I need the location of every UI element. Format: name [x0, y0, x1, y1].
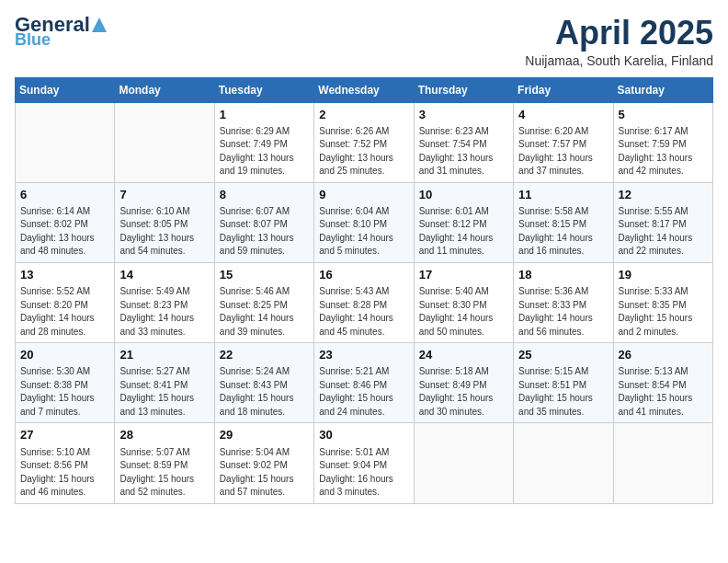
day-info: Sunrise: 5:46 AM Sunset: 8:25 PM Dayligh… — [220, 285, 309, 339]
day-info: Sunrise: 5:52 AM Sunset: 8:20 PM Dayligh… — [20, 285, 109, 339]
day-number: 15 — [220, 267, 309, 283]
day-info: Sunrise: 5:49 AM Sunset: 8:23 PM Dayligh… — [119, 285, 209, 339]
day-info: Sunrise: 6:20 AM Sunset: 7:57 PM Dayligh… — [518, 125, 608, 178]
calendar-day-cell: 25Sunrise: 5:15 AM Sunset: 8:51 PM Dayli… — [514, 343, 613, 423]
day-number: 4 — [518, 107, 608, 123]
day-info: Sunrise: 5:24 AM Sunset: 8:43 PM Dayligh… — [220, 365, 309, 419]
empty-cell — [514, 423, 613, 503]
day-info: Sunrise: 5:30 AM Sunset: 8:38 PM Dayligh… — [20, 365, 109, 419]
day-info: Sunrise: 5:13 AM Sunset: 8:54 PM Dayligh… — [619, 365, 708, 419]
day-info: Sunrise: 6:17 AM Sunset: 7:59 PM Dayligh… — [619, 125, 708, 178]
calendar-day-cell: 17Sunrise: 5:40 AM Sunset: 8:30 PM Dayli… — [414, 262, 513, 342]
calendar-day-cell: 24Sunrise: 5:18 AM Sunset: 8:49 PM Dayli… — [414, 343, 513, 423]
day-number: 2 — [319, 107, 408, 123]
day-info: Sunrise: 5:04 AM Sunset: 9:02 PM Dayligh… — [220, 446, 309, 500]
col-header-saturday: Saturday — [613, 77, 712, 102]
month-title: April 2025 — [525, 15, 713, 52]
calendar-day-cell: 9Sunrise: 6:04 AM Sunset: 8:10 PM Daylig… — [314, 182, 414, 262]
day-number: 24 — [419, 347, 508, 363]
day-info: Sunrise: 5:01 AM Sunset: 9:04 PM Dayligh… — [319, 446, 408, 500]
day-info: Sunrise: 6:23 AM Sunset: 7:54 PM Dayligh… — [419, 125, 508, 178]
empty-cell — [115, 102, 214, 182]
day-number: 30 — [319, 427, 408, 443]
calendar-day-cell: 5Sunrise: 6:17 AM Sunset: 7:59 PM Daylig… — [613, 102, 712, 182]
calendar-week-row: 20Sunrise: 5:30 AM Sunset: 8:38 PM Dayli… — [16, 343, 713, 423]
calendar-day-cell: 29Sunrise: 5:04 AM Sunset: 9:02 PM Dayli… — [214, 423, 313, 503]
day-number: 16 — [319, 267, 408, 283]
day-info: Sunrise: 5:18 AM Sunset: 8:49 PM Dayligh… — [419, 365, 508, 419]
svg-marker-0 — [92, 17, 107, 32]
day-number: 29 — [220, 427, 309, 443]
calendar-header-row: SundayMondayTuesdayWednesdayThursdayFrid… — [16, 77, 713, 102]
calendar-day-cell: 12Sunrise: 5:55 AM Sunset: 8:17 PM Dayli… — [613, 182, 712, 262]
calendar-day-cell: 22Sunrise: 5:24 AM Sunset: 8:43 PM Dayli… — [214, 343, 313, 423]
calendar-day-cell: 3Sunrise: 6:23 AM Sunset: 7:54 PM Daylig… — [414, 102, 513, 182]
calendar-day-cell: 10Sunrise: 6:01 AM Sunset: 8:12 PM Dayli… — [414, 182, 513, 262]
day-info: Sunrise: 6:04 AM Sunset: 8:10 PM Dayligh… — [319, 205, 408, 259]
day-info: Sunrise: 6:14 AM Sunset: 8:02 PM Dayligh… — [20, 205, 109, 259]
day-info: Sunrise: 5:10 AM Sunset: 8:56 PM Dayligh… — [20, 446, 109, 500]
day-info: Sunrise: 5:15 AM Sunset: 8:51 PM Dayligh… — [518, 365, 608, 419]
day-number: 17 — [419, 267, 508, 283]
empty-cell — [16, 102, 115, 182]
calendar-day-cell: 2Sunrise: 6:26 AM Sunset: 7:52 PM Daylig… — [314, 102, 414, 182]
day-number: 3 — [419, 107, 508, 123]
calendar-day-cell: 19Sunrise: 5:33 AM Sunset: 8:35 PM Dayli… — [613, 262, 712, 342]
calendar-day-cell: 16Sunrise: 5:43 AM Sunset: 8:28 PM Dayli… — [314, 262, 414, 342]
calendar-table: SundayMondayTuesdayWednesdayThursdayFrid… — [15, 77, 713, 504]
day-info: Sunrise: 5:58 AM Sunset: 8:15 PM Dayligh… — [518, 205, 608, 259]
day-number: 21 — [119, 347, 209, 363]
calendar-week-row: 6Sunrise: 6:14 AM Sunset: 8:02 PM Daylig… — [16, 182, 713, 262]
day-number: 27 — [20, 427, 109, 443]
day-info: Sunrise: 5:36 AM Sunset: 8:33 PM Dayligh… — [518, 285, 608, 339]
logo-blue: Blue — [15, 31, 51, 48]
day-number: 1 — [220, 107, 309, 123]
day-number: 6 — [20, 187, 109, 203]
calendar-day-cell: 27Sunrise: 5:10 AM Sunset: 8:56 PM Dayli… — [16, 423, 115, 503]
col-header-thursday: Thursday — [414, 77, 513, 102]
day-info: Sunrise: 5:21 AM Sunset: 8:46 PM Dayligh… — [319, 365, 408, 419]
day-number: 28 — [119, 427, 209, 443]
day-number: 11 — [518, 187, 608, 203]
day-number: 12 — [619, 187, 708, 203]
day-info: Sunrise: 5:40 AM Sunset: 8:30 PM Dayligh… — [419, 285, 508, 339]
day-info: Sunrise: 5:33 AM Sunset: 8:35 PM Dayligh… — [619, 285, 708, 339]
day-number: 13 — [20, 267, 109, 283]
col-header-friday: Friday — [514, 77, 613, 102]
calendar-day-cell: 28Sunrise: 5:07 AM Sunset: 8:59 PM Dayli… — [115, 423, 214, 503]
day-number: 25 — [518, 347, 608, 363]
calendar-day-cell: 21Sunrise: 5:27 AM Sunset: 8:41 PM Dayli… — [115, 343, 214, 423]
day-info: Sunrise: 6:10 AM Sunset: 8:05 PM Dayligh… — [119, 205, 209, 259]
day-info: Sunrise: 5:43 AM Sunset: 8:28 PM Dayligh… — [319, 285, 408, 339]
calendar-day-cell: 14Sunrise: 5:49 AM Sunset: 8:23 PM Dayli… — [115, 262, 214, 342]
day-number: 5 — [619, 107, 708, 123]
day-info: Sunrise: 5:27 AM Sunset: 8:41 PM Dayligh… — [119, 365, 209, 419]
day-info: Sunrise: 5:55 AM Sunset: 8:17 PM Dayligh… — [619, 205, 708, 259]
day-number: 9 — [319, 187, 408, 203]
day-number: 22 — [220, 347, 309, 363]
title-block: April 2025 Nuijamaa, South Karelia, Finl… — [525, 15, 713, 68]
col-header-tuesday: Tuesday — [214, 77, 313, 102]
calendar-day-cell: 6Sunrise: 6:14 AM Sunset: 8:02 PM Daylig… — [16, 182, 115, 262]
day-info: Sunrise: 5:07 AM Sunset: 8:59 PM Dayligh… — [119, 446, 209, 500]
col-header-wednesday: Wednesday — [314, 77, 414, 102]
calendar-day-cell: 11Sunrise: 5:58 AM Sunset: 8:15 PM Dayli… — [514, 182, 613, 262]
calendar-week-row: 1Sunrise: 6:29 AM Sunset: 7:49 PM Daylig… — [16, 102, 713, 182]
day-number: 23 — [319, 347, 408, 363]
logo: General Blue — [15, 15, 108, 48]
logo-triangle-icon — [91, 17, 108, 33]
empty-cell — [613, 423, 712, 503]
calendar-day-cell: 23Sunrise: 5:21 AM Sunset: 8:46 PM Dayli… — [314, 343, 414, 423]
calendar-day-cell: 13Sunrise: 5:52 AM Sunset: 8:20 PM Dayli… — [16, 262, 115, 342]
day-number: 19 — [619, 267, 708, 283]
day-number: 20 — [20, 347, 109, 363]
col-header-sunday: Sunday — [16, 77, 115, 102]
day-number: 18 — [518, 267, 608, 283]
calendar-day-cell: 8Sunrise: 6:07 AM Sunset: 8:07 PM Daylig… — [214, 182, 313, 262]
empty-cell — [414, 423, 513, 503]
calendar-day-cell: 7Sunrise: 6:10 AM Sunset: 8:05 PM Daylig… — [115, 182, 214, 262]
col-header-monday: Monday — [115, 77, 214, 102]
calendar-day-cell: 15Sunrise: 5:46 AM Sunset: 8:25 PM Dayli… — [214, 262, 313, 342]
day-info: Sunrise: 6:01 AM Sunset: 8:12 PM Dayligh… — [419, 205, 508, 259]
day-number: 8 — [220, 187, 309, 203]
